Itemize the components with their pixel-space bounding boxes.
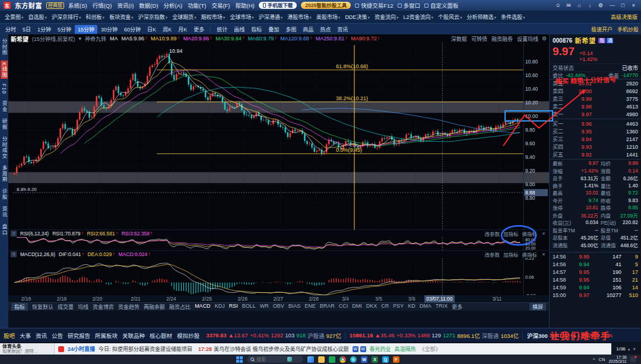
live-link[interactable]: 24小时直播 bbox=[68, 345, 95, 353]
indicator-tab[interactable]: DMA bbox=[420, 303, 431, 311]
multi-window-button[interactable]: 多窗口 bbox=[398, 1, 421, 9]
indicator-tab[interactable]: RSI bbox=[229, 303, 238, 311]
toolbar-link[interactable]: 极速开户 bbox=[591, 25, 613, 33]
period-button[interactable]: 日K bbox=[144, 25, 159, 34]
indicator-tab[interactable]: 资金博弈 bbox=[93, 303, 114, 311]
view-rail-item[interactable]: K线图 bbox=[1, 60, 8, 79]
indicator-tab[interactable]: BRAR bbox=[320, 303, 335, 311]
indicator-tab[interactable]: 融资占比 bbox=[169, 303, 191, 311]
menu-item[interactable]: 帮助(H) bbox=[236, 1, 255, 9]
chrome-icon[interactable] bbox=[339, 356, 346, 363]
view-rail-item[interactable]: 分时图 bbox=[1, 37, 8, 58]
view-rail-item[interactable]: 研报 bbox=[1, 117, 8, 132]
view-rail-item[interactable]: 资讯 bbox=[1, 205, 8, 219]
ask-row[interactable]: 卖四10.008692 bbox=[550, 87, 641, 95]
chart-header-link[interactable]: 深数据 bbox=[451, 35, 467, 43]
search-input[interactable] bbox=[256, 357, 285, 362]
indicator-menu-item[interactable]: 加指标 bbox=[503, 230, 519, 237]
bottom-tab[interactable]: 关联品种 bbox=[122, 331, 145, 340]
promo-button[interactable]: 2025智能炒股工具 bbox=[301, 2, 351, 9]
settings-icon[interactable]: ⚙ bbox=[597, 2, 604, 8]
weather-widget-icon[interactable] bbox=[307, 356, 314, 363]
stock-code[interactable]: 000876 bbox=[553, 37, 572, 44]
market-tab[interactable]: 沪深京指数 bbox=[136, 13, 170, 21]
home-icon[interactable]: ⌂ bbox=[576, 2, 583, 8]
indicator-tab[interactable]: BOLL bbox=[242, 303, 256, 311]
chart-header-link[interactable]: 可转债 bbox=[471, 35, 487, 43]
bottom-tab[interactable]: 大事 bbox=[20, 331, 31, 340]
indicator-tab[interactable]: TRIX bbox=[436, 303, 448, 311]
market-tab[interactable]: 美股市场 bbox=[314, 13, 343, 21]
index-quote[interactable]: 3379.83▲13.67+0.41%1292103918沪股通927亿 bbox=[206, 331, 341, 340]
tool-button[interactable]: 资讯 bbox=[334, 25, 351, 34]
menu-item[interactable]: 分析(A) bbox=[164, 1, 183, 9]
market-tab[interactable]: DDE决策 bbox=[342, 13, 372, 21]
view-rail-item[interactable]: F10 bbox=[1, 82, 7, 96]
menu-item[interactable]: 行情(Q) bbox=[93, 1, 112, 9]
indicator-tab[interactable]: 资金趋势 bbox=[118, 303, 139, 311]
start-button[interactable] bbox=[236, 356, 243, 363]
market-tab[interactable]: 个股风云 bbox=[436, 13, 465, 21]
bottom-tab[interactable]: 公告 bbox=[52, 331, 63, 340]
landscape-button[interactable]: 横屏 bbox=[529, 303, 546, 311]
word-icon[interactable]: W bbox=[361, 356, 367, 363]
bid-row[interactable]: 买五9.921441 bbox=[550, 151, 641, 158]
news-stock-link[interactable]: 高温隔热 bbox=[395, 345, 416, 353]
pager-up-icon[interactable]: ▲ bbox=[627, 347, 631, 351]
ask-row[interactable]: 卖三9.993775 bbox=[550, 95, 641, 103]
indicator-tab[interactable]: CR bbox=[381, 303, 389, 311]
indicator-menu-item[interactable]: 改参数 bbox=[484, 230, 500, 237]
menu-item[interactable]: 数据(D) bbox=[139, 1, 158, 9]
bid-row[interactable]: 买一9.964463 bbox=[550, 120, 641, 127]
period-button[interactable]: 15分钟 bbox=[75, 25, 97, 34]
tool-button[interactable]: 热点 bbox=[317, 25, 334, 34]
view-rail-item[interactable]: 多周期 bbox=[1, 164, 8, 184]
bid-row[interactable]: 买三9.942147 bbox=[550, 135, 641, 143]
tick-row[interactable]: 14:579.9519017 bbox=[550, 268, 641, 276]
tool-button[interactable]: 叠加 bbox=[265, 25, 282, 34]
input-language[interactable]: CN bbox=[599, 357, 605, 362]
bid-row[interactable]: 买四9.931210 bbox=[550, 143, 641, 151]
market-tab[interactable]: L2资金流向 bbox=[401, 13, 436, 21]
pager-box[interactable]: 1/36 ▲ ▼ bbox=[611, 343, 641, 355]
tool-button[interactable]: 指标 bbox=[248, 25, 265, 34]
tick-row[interactable]: 14:599.9410614 bbox=[550, 283, 641, 291]
menu-item[interactable]: 功能(T) bbox=[188, 1, 206, 9]
user-icon[interactable]: ☺ bbox=[554, 2, 561, 8]
tool-button[interactable]: 统计 bbox=[214, 25, 230, 34]
bottom-tab[interactable]: 资讯 bbox=[36, 331, 47, 340]
help-icon[interactable]: ? bbox=[11, 251, 17, 257]
indicator-tab[interactable]: CCI bbox=[339, 303, 348, 311]
stock-app-icon[interactable] bbox=[329, 356, 335, 363]
indicator-tab[interactable]: 成交量 bbox=[58, 303, 74, 311]
tray-expand-icon[interactable]: ^ bbox=[593, 357, 595, 362]
view-rail-item[interactable]: 资金 bbox=[1, 99, 8, 114]
edge-icon[interactable]: e bbox=[350, 356, 357, 363]
indicator-tab[interactable]: KDJ bbox=[215, 303, 225, 311]
indicator-tab[interactable]: WR bbox=[260, 303, 269, 311]
news-item[interactable]: 17:28美乌在沙特会谈 俄乌初步停火及美乌矿产协议成核心议题 bbox=[198, 345, 349, 353]
indicator-tab[interactable]: 均线 bbox=[78, 303, 88, 311]
news-widget[interactable]: 体育头条 如果原因！泡特… bbox=[0, 343, 55, 355]
help-icon[interactable]: ? bbox=[11, 231, 17, 237]
toolbar-link[interactable]: 手机炒股 bbox=[617, 25, 639, 33]
menu-item[interactable]: 交易(F) bbox=[211, 1, 230, 9]
chart-header-link[interactable]: 融资融券 bbox=[491, 35, 513, 43]
news-item[interactable]: 今日: 拟使用部分超募资金建设储能项目 bbox=[99, 345, 192, 353]
period-button[interactable]: 分时 bbox=[2, 25, 19, 34]
download-icon[interactable]: ↓ bbox=[586, 2, 594, 8]
market-tab[interactable]: 全球市场 bbox=[227, 13, 256, 21]
menu-item[interactable]: 资讯(I) bbox=[117, 1, 134, 9]
indicator-tab[interactable]: PSY bbox=[393, 303, 404, 311]
close-icon[interactable]: × bbox=[541, 251, 547, 257]
gear-icon[interactable]: ⚙ bbox=[542, 36, 547, 41]
stock-name[interactable]: 新希望 bbox=[575, 36, 596, 45]
menu-item[interactable]: 系统(S) bbox=[68, 1, 87, 9]
chevron-down-icon[interactable]: ▾ bbox=[79, 36, 82, 41]
market-tab[interactable]: 全球期货 bbox=[170, 13, 199, 21]
indicator-tab[interactable]: OBV bbox=[273, 303, 284, 311]
indicator-menu-item[interactable]: 改参数 bbox=[484, 251, 500, 258]
minimize-button[interactable]: — bbox=[608, 2, 616, 8]
indicator-tab[interactable]: DKX bbox=[366, 303, 377, 311]
bottom-tab[interactable]: 所属板块 bbox=[95, 331, 118, 340]
